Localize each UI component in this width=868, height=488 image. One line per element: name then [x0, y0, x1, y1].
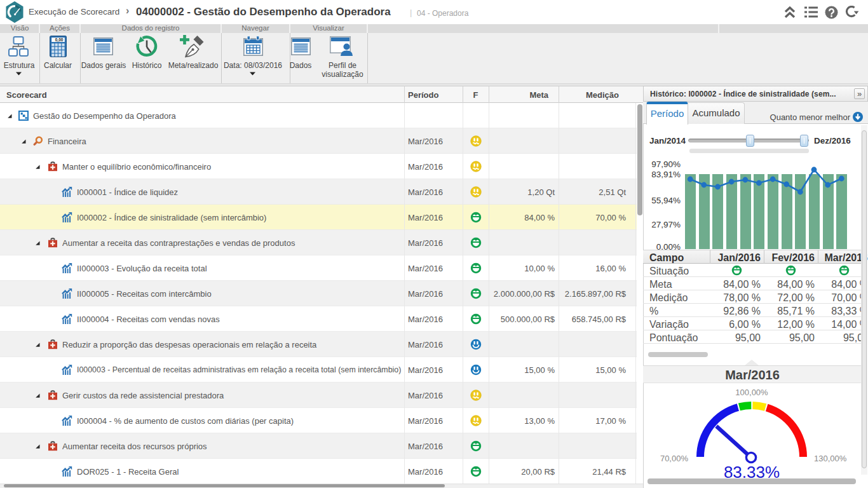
- svg-text:0,00: 0,00: [55, 37, 64, 43]
